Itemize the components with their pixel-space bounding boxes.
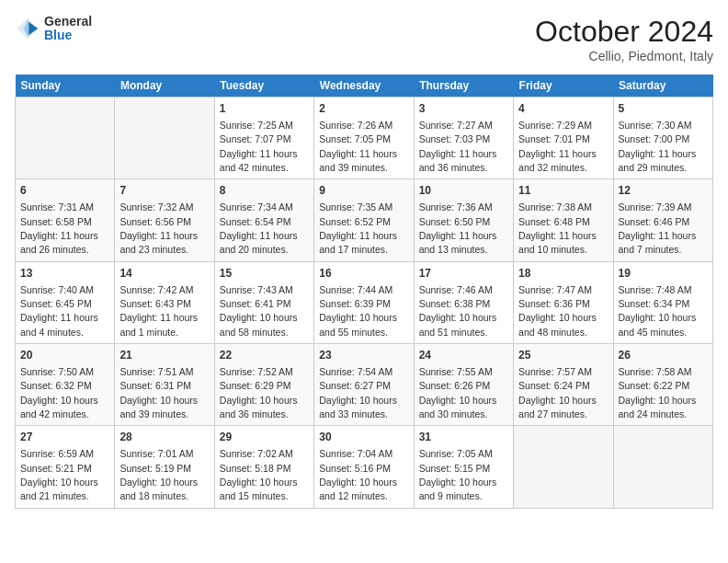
day-number: 5 (619, 101, 708, 117)
logo-text: General Blue (44, 15, 92, 43)
calendar-cell: 21Sunrise: 7:51 AM Sunset: 6:31 PM Dayli… (115, 344, 214, 426)
day-number: 10 (419, 183, 508, 199)
week-row-1: 1Sunrise: 7:25 AM Sunset: 7:07 PM Daylig… (16, 98, 713, 179)
day-info: Sunrise: 7:35 AM Sunset: 6:52 PM Dayligh… (319, 201, 397, 255)
day-number: 1 (220, 101, 309, 117)
day-info: Sunrise: 7:50 AM Sunset: 6:32 PM Dayligh… (20, 366, 98, 419)
day-info: Sunrise: 7:27 AM Sunset: 7:03 PM Dayligh… (419, 120, 497, 173)
calendar-cell: 2Sunrise: 7:26 AM Sunset: 7:05 PM Daylig… (314, 98, 414, 179)
calendar-cell: 7Sunrise: 7:32 AM Sunset: 6:56 PM Daylig… (115, 179, 214, 261)
calendar-cell: 10Sunrise: 7:36 AM Sunset: 6:50 PM Dayli… (414, 179, 513, 261)
day-number: 29 (220, 430, 309, 445)
calendar-cell: 15Sunrise: 7:43 AM Sunset: 6:41 PM Dayli… (214, 261, 313, 343)
calendar-cell: 16Sunrise: 7:44 AM Sunset: 6:39 PM Dayli… (314, 261, 414, 343)
calendar-cell (16, 98, 115, 179)
logo: General Blue (15, 15, 92, 43)
day-number: 26 (619, 348, 708, 363)
calendar-cell: 4Sunrise: 7:29 AM Sunset: 7:01 PM Daylig… (514, 98, 613, 179)
title-block: October 2024 Cellio, Piedmont, Italy (535, 15, 713, 63)
day-number: 3 (419, 101, 508, 117)
day-number: 19 (619, 266, 708, 282)
day-header-sunday: Sunday (16, 75, 115, 98)
day-info: Sunrise: 7:31 AM Sunset: 6:58 PM Dayligh… (20, 201, 98, 255)
day-info: Sunrise: 7:55 AM Sunset: 6:26 PM Dayligh… (419, 366, 497, 419)
day-info: Sunrise: 7:47 AM Sunset: 6:36 PM Dayligh… (518, 284, 597, 338)
location: Cellio, Piedmont, Italy (535, 49, 713, 63)
day-info: Sunrise: 7:32 AM Sunset: 6:56 PM Dayligh… (119, 201, 198, 255)
day-number: 20 (20, 348, 109, 363)
calendar-cell: 11Sunrise: 7:38 AM Sunset: 6:48 PM Dayli… (514, 179, 613, 261)
day-number: 18 (518, 266, 608, 282)
calendar-cell: 12Sunrise: 7:39 AM Sunset: 6:46 PM Dayli… (613, 179, 712, 261)
day-info: Sunrise: 7:43 AM Sunset: 6:41 PM Dayligh… (220, 284, 298, 338)
day-info: Sunrise: 7:34 AM Sunset: 6:54 PM Dayligh… (220, 201, 298, 255)
day-number: 12 (619, 183, 708, 199)
day-number: 21 (119, 348, 209, 363)
day-info: Sunrise: 7:01 AM Sunset: 5:19 PM Dayligh… (119, 448, 198, 501)
logo-general: General (44, 15, 92, 29)
logo-blue: Blue (44, 29, 92, 42)
header-row: SundayMondayTuesdayWednesdayThursdayFrid… (16, 75, 713, 98)
day-header-friday: Friday (514, 75, 613, 98)
day-number: 31 (419, 430, 508, 445)
day-info: Sunrise: 7:02 AM Sunset: 5:18 PM Dayligh… (220, 448, 298, 501)
day-info: Sunrise: 7:05 AM Sunset: 5:15 PM Dayligh… (419, 448, 497, 501)
week-row-5: 27Sunrise: 6:59 AM Sunset: 5:21 PM Dayli… (16, 426, 713, 508)
calendar-cell: 5Sunrise: 7:30 AM Sunset: 7:00 PM Daylig… (613, 98, 712, 179)
day-info: Sunrise: 7:30 AM Sunset: 7:00 PM Dayligh… (619, 120, 697, 173)
day-info: Sunrise: 7:40 AM Sunset: 6:45 PM Dayligh… (20, 284, 98, 338)
day-number: 24 (419, 348, 508, 363)
week-row-4: 20Sunrise: 7:50 AM Sunset: 6:32 PM Dayli… (16, 344, 713, 426)
day-header-thursday: Thursday (414, 75, 513, 98)
week-row-2: 6Sunrise: 7:31 AM Sunset: 6:58 PM Daylig… (16, 179, 713, 261)
day-info: Sunrise: 7:52 AM Sunset: 6:29 PM Dayligh… (220, 366, 298, 419)
calendar-cell: 31Sunrise: 7:05 AM Sunset: 5:15 PM Dayli… (414, 426, 513, 508)
day-number: 14 (119, 266, 209, 282)
calendar-cell: 22Sunrise: 7:52 AM Sunset: 6:29 PM Dayli… (214, 344, 313, 426)
day-number: 13 (20, 266, 109, 282)
day-number: 16 (319, 266, 408, 282)
day-number: 30 (319, 430, 408, 445)
day-number: 9 (319, 183, 408, 199)
logo-icon (15, 16, 40, 41)
calendar-cell: 20Sunrise: 7:50 AM Sunset: 6:32 PM Dayli… (16, 344, 115, 426)
day-number: 7 (119, 183, 209, 199)
day-number: 22 (220, 348, 309, 363)
calendar-cell: 28Sunrise: 7:01 AM Sunset: 5:19 PM Dayli… (115, 426, 214, 508)
calendar-cell: 17Sunrise: 7:46 AM Sunset: 6:38 PM Dayli… (414, 261, 513, 343)
page-header: General Blue October 2024 Cellio, Piedmo… (15, 15, 713, 63)
calendar-cell: 27Sunrise: 6:59 AM Sunset: 5:21 PM Dayli… (16, 426, 115, 508)
calendar-cell: 6Sunrise: 7:31 AM Sunset: 6:58 PM Daylig… (16, 179, 115, 261)
calendar-cell: 3Sunrise: 7:27 AM Sunset: 7:03 PM Daylig… (414, 98, 513, 179)
day-header-tuesday: Tuesday (214, 75, 313, 98)
calendar-cell: 24Sunrise: 7:55 AM Sunset: 6:26 PM Dayli… (414, 344, 513, 426)
calendar-cell: 30Sunrise: 7:04 AM Sunset: 5:16 PM Dayli… (314, 426, 414, 508)
calendar-cell: 9Sunrise: 7:35 AM Sunset: 6:52 PM Daylig… (314, 179, 414, 261)
day-info: Sunrise: 7:44 AM Sunset: 6:39 PM Dayligh… (319, 284, 397, 338)
day-info: Sunrise: 7:51 AM Sunset: 6:31 PM Dayligh… (119, 366, 198, 419)
day-info: Sunrise: 7:36 AM Sunset: 6:50 PM Dayligh… (419, 201, 497, 255)
day-number: 25 (518, 348, 608, 363)
calendar-cell: 23Sunrise: 7:54 AM Sunset: 6:27 PM Dayli… (314, 344, 414, 426)
day-info: Sunrise: 7:54 AM Sunset: 6:27 PM Dayligh… (319, 366, 397, 419)
calendar-table: SundayMondayTuesdayWednesdayThursdayFrid… (15, 75, 713, 509)
day-number: 11 (518, 183, 608, 199)
calendar-cell (613, 426, 712, 508)
day-number: 2 (319, 101, 408, 117)
day-number: 23 (319, 348, 408, 363)
day-header-wednesday: Wednesday (314, 75, 414, 98)
day-header-saturday: Saturday (613, 75, 712, 98)
day-info: Sunrise: 7:58 AM Sunset: 6:22 PM Dayligh… (619, 366, 697, 419)
day-info: Sunrise: 7:57 AM Sunset: 6:24 PM Dayligh… (518, 366, 597, 419)
calendar-cell: 25Sunrise: 7:57 AM Sunset: 6:24 PM Dayli… (514, 344, 613, 426)
day-info: Sunrise: 7:38 AM Sunset: 6:48 PM Dayligh… (518, 201, 597, 255)
day-info: Sunrise: 7:26 AM Sunset: 7:05 PM Dayligh… (319, 120, 397, 173)
calendar-cell: 18Sunrise: 7:47 AM Sunset: 6:36 PM Dayli… (514, 261, 613, 343)
day-header-monday: Monday (115, 75, 214, 98)
month-title: October 2024 (535, 15, 713, 49)
day-number: 27 (20, 430, 109, 445)
calendar-cell (514, 426, 613, 508)
day-info: Sunrise: 7:04 AM Sunset: 5:16 PM Dayligh… (319, 448, 397, 501)
week-row-3: 13Sunrise: 7:40 AM Sunset: 6:45 PM Dayli… (16, 261, 713, 343)
calendar-cell (115, 98, 214, 179)
